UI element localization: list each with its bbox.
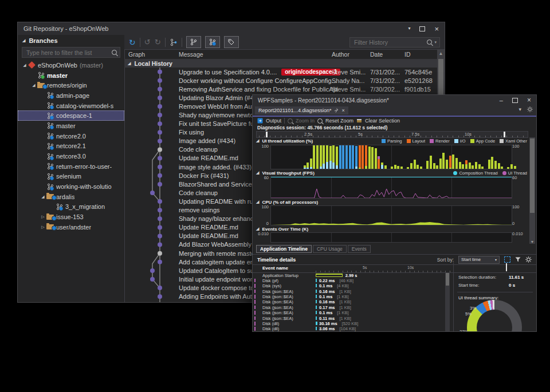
branch-item-eshoponweb[interactable]: ◢eShopOnWeb (master) <box>18 60 124 70</box>
branch-label: issue-153 <box>56 213 84 220</box>
legend-item: I/O <box>454 138 466 144</box>
column-message[interactable]: Message <box>179 51 203 58</box>
chevron-down-icon[interactable]: ▾ <box>518 106 521 112</box>
branch-item-catalog-viewmodel-s[interactable]: catalog-viewmodel-s <box>18 101 124 111</box>
branch-item-admin-page[interactable]: admin-page <box>18 90 124 101</box>
commit-message: Code cleanup <box>179 189 218 196</box>
duration-value: 2.99 s <box>345 273 358 278</box>
branch-item-master[interactable]: master <box>18 121 124 131</box>
charts-scrollbar[interactable]: ▼ <box>529 137 535 244</box>
scroll-down-icon[interactable]: ▼ <box>529 240 535 244</box>
search-icon[interactable] <box>427 39 432 45</box>
chart-plot-3[interactable] <box>270 205 512 225</box>
branch-item-netcore2-1[interactable]: netcore2.1 <box>18 141 124 152</box>
branch-label: remotes/origin <box>47 82 87 89</box>
reset-zoom-button[interactable]: Reset Zoom <box>325 118 353 124</box>
chart-title: UI thread utilization (%) <box>262 138 313 144</box>
chart-plot-4[interactable] <box>270 232 512 243</box>
tab-application-timeline[interactable]: Application Timeline <box>256 245 312 253</box>
clear-selection-button[interactable]: Clear Selection <box>365 118 400 124</box>
commit-row[interactable]: Docker working without Configure Configu… <box>124 76 437 85</box>
maximize-icon[interactable] <box>512 98 518 103</box>
branch-filter-input[interactable] <box>25 49 112 57</box>
chevron-down-icon[interactable]: ▾ <box>434 40 437 45</box>
expander-icon[interactable]: ◢ <box>21 63 28 68</box>
maximize-icon[interactable] <box>419 26 425 31</box>
collapse-icon[interactable]: ◢ <box>256 227 259 231</box>
branches-header[interactable]: ◢ Branches <box>18 35 124 46</box>
duration-value: 0.11 ms <box>319 316 335 321</box>
commit-message: Add catalogitem update endp <box>179 259 261 266</box>
selection-handle-right[interactable] <box>504 132 505 137</box>
branch-item-netcore3-0[interactable]: netcore3.0 <box>18 151 124 161</box>
timeline-mini-scrollbar[interactable] <box>445 272 450 331</box>
scrollbar-thumb[interactable] <box>446 273 449 286</box>
git-window-titlebar[interactable]: Git Repository - eShopOnWeb ▾ × <box>18 22 445 35</box>
column-date[interactable]: Date <box>370 51 383 58</box>
branch-item-ardalis[interactable]: ◢ardalis <box>18 192 124 202</box>
collapse-icon[interactable]: ◢ <box>128 61 131 66</box>
close-icon[interactable]: × <box>434 25 439 33</box>
toggle-remote-history-button[interactable] <box>205 36 220 48</box>
history-filter-input[interactable] <box>353 38 425 46</box>
column-id[interactable]: ID <box>404 51 411 58</box>
branch-item-master[interactable]: master <box>18 70 124 81</box>
collapse-icon[interactable]: ◢ <box>256 138 259 143</box>
commit-row[interactable]: Removing AuthService and fixing Dockerfi… <box>124 85 437 93</box>
duration-value: 0.22 ms <box>319 278 335 283</box>
collapse-icon[interactable]: ◢ <box>22 38 25 43</box>
event-name: Disk (json::$EA) <box>262 294 293 299</box>
diagsession-tab[interactable]: Report2021101...4.diagsession* × <box>255 106 348 114</box>
minimize-icon[interactable]: – <box>500 97 503 104</box>
expander-icon[interactable]: ▷ <box>40 225 46 229</box>
expander-icon[interactable]: ◢ <box>30 83 37 88</box>
branch-item-codespace-1[interactable]: codespace-1 <box>18 110 124 121</box>
branch-label: working-with-solutio <box>56 183 112 190</box>
scrollbar-thumb[interactable] <box>530 138 535 213</box>
output-button[interactable]: Output <box>266 118 281 124</box>
search-icon[interactable] <box>112 50 117 55</box>
local-history-section[interactable]: ◢ Local History <box>124 59 445 68</box>
branch-item-working-with-solutio[interactable]: working-with-solutio <box>18 181 124 192</box>
axis-label: 0.010 <box>512 231 526 236</box>
collapse-icon[interactable]: ◢ <box>256 200 259 204</box>
remote-branch-icon <box>46 132 56 140</box>
branch-item-netcore2-0[interactable]: netcore2.0 <box>18 131 124 141</box>
event-name-column[interactable]: Event name <box>262 266 288 271</box>
branch-label: master <box>56 122 76 129</box>
toggle-local-history-button[interactable] <box>186 36 201 48</box>
branch-graph-icon[interactable] <box>170 38 178 46</box>
branch-item-3-x-migration[interactable]: 3_x_migration <box>18 202 124 212</box>
axis-label: 100 <box>255 204 269 209</box>
tab-events[interactable]: Events <box>348 245 371 253</box>
column-graph[interactable]: Graph <box>128 51 145 58</box>
chart-plot-2[interactable] <box>270 176 512 199</box>
selection-handle-left[interactable] <box>266 132 268 137</box>
branch-item-return-error-to-user-[interactable]: return-error-to-user- <box>18 161 124 172</box>
branch-item-selenium[interactable]: selenium <box>18 172 124 182</box>
event-type-marker <box>254 290 256 294</box>
tab-cpu-usage[interactable]: CPU Usage <box>313 245 347 253</box>
close-tab-icon[interactable]: × <box>341 108 344 113</box>
wpf-window-titlebar[interactable]: WPFSamples - Report20211014-0434.diagses… <box>253 95 536 105</box>
column-author[interactable]: Author <box>332 51 349 58</box>
branch-item-remotes-origin[interactable]: ◢remotes/origin <box>18 80 124 90</box>
duration-value: 0.1 ms <box>319 310 332 315</box>
window-menu-icon[interactable]: ▾ <box>408 26 410 31</box>
branch-label: return-error-to-user- <box>56 163 112 170</box>
remote-branch-icon <box>46 163 56 170</box>
scroll-up-icon[interactable]: ▲ <box>437 51 445 56</box>
pin-icon[interactable] <box>334 108 339 113</box>
expander-icon[interactable]: ◢ <box>40 195 46 199</box>
gear-icon[interactable] <box>527 106 533 112</box>
toggle-tags-button[interactable] <box>224 36 239 48</box>
collapse-icon[interactable]: ◢ <box>256 171 259 175</box>
expander-icon[interactable]: ▷ <box>40 215 46 219</box>
branch-item-issue-153[interactable]: ▷issue-153 <box>18 212 124 222</box>
filter-icon[interactable] <box>515 257 521 262</box>
close-icon[interactable]: × <box>527 97 531 104</box>
refresh-icon[interactable]: ↻ <box>129 38 136 46</box>
branch-item-user-andster[interactable]: ▷user/andster <box>18 222 124 232</box>
commit-row[interactable]: Upgrade to use Specification 4.0....orig… <box>124 68 437 76</box>
chart-plot-1[interactable] <box>270 145 512 169</box>
